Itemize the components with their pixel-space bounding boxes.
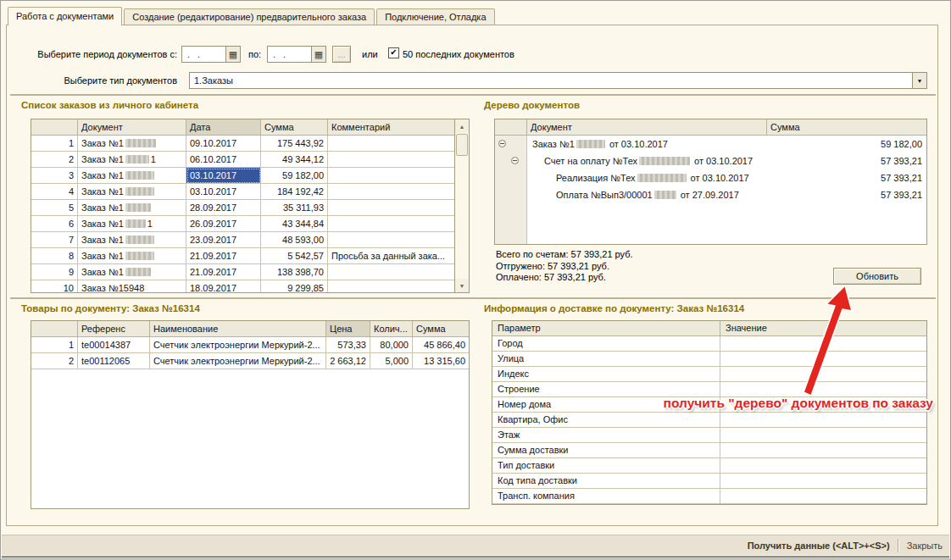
cell-value[interactable] [720, 443, 926, 458]
cell-sum[interactable]: 35 311,93 [261, 200, 328, 216]
cell-value[interactable] [720, 428, 926, 443]
cell-parameter[interactable]: Код типа доставки [492, 474, 720, 489]
cell-document[interactable]: Оплата №Вып3/00001 от 27.09.2017 [527, 186, 767, 203]
cell-price[interactable]: 573,33 [326, 337, 370, 353]
tab-0[interactable]: Работа с документами [8, 7, 122, 25]
cell-sum[interactable]: 138 398,70 [261, 264, 328, 280]
scroll-track[interactable] [455, 156, 469, 279]
cell-sum[interactable]: 57 393,21 [767, 152, 926, 169]
cell-comment[interactable] [328, 168, 454, 184]
cell-comment[interactable]: Просьба за данный зака... [328, 248, 454, 264]
cell-value[interactable] [720, 367, 926, 382]
last-docs-checkbox[interactable]: ✔ [388, 47, 399, 58]
cell-document[interactable]: Заказ №1 [78, 200, 186, 216]
cell-sum[interactable]: 13 315,60 [413, 353, 469, 369]
cell-document[interactable]: Заказ №1 [78, 136, 186, 152]
close-button[interactable]: Закрыть [907, 541, 943, 551]
cell-reference[interactable]: te00112065 [78, 353, 150, 369]
cell-quantity[interactable]: 80,000 [370, 337, 413, 353]
scroll-up-button[interactable]: ▲ [455, 119, 469, 133]
cell-row-number[interactable]: 2 [31, 152, 78, 168]
cell-sum[interactable]: 48 593,00 [261, 232, 328, 248]
tab-2[interactable]: Подключение, Отладка [376, 8, 494, 25]
cell-quantity[interactable]: 5,000 [370, 353, 413, 369]
cell-comment[interactable] [328, 264, 454, 280]
cell-comment[interactable] [328, 136, 454, 152]
cell-row-number[interactable]: 3 [31, 168, 78, 184]
cell-sum[interactable]: 57 393,21 [767, 169, 926, 186]
cell-date[interactable]: 03.10.2017 [186, 184, 261, 200]
tab-1[interactable]: Создание (редактирование) предварительно… [124, 8, 375, 25]
cell-document[interactable]: Заказ №1 [78, 184, 186, 200]
cell-sum[interactable]: 59 182,00 [767, 136, 926, 152]
cell-row-number[interactable]: 8 [31, 248, 78, 264]
cell-sum[interactable]: 57 393,21 [767, 186, 926, 203]
cell-row-number[interactable]: 4 [31, 184, 78, 200]
period-from-value[interactable]: . . [182, 47, 225, 62]
cell-document[interactable]: Заказ №1 [78, 264, 186, 280]
cell-value[interactable] [720, 413, 926, 428]
cell-comment[interactable] [328, 152, 454, 168]
cell-date[interactable]: 26.09.2017 [186, 216, 261, 232]
cell-row-number[interactable]: 7 [31, 232, 78, 248]
period-to-value[interactable]: . . [268, 47, 311, 62]
cell-document[interactable]: Заказ №1 [78, 168, 186, 184]
cell-comment[interactable] [328, 200, 454, 216]
doc-type-combo[interactable]: 1.Заказы ▼ [189, 72, 927, 89]
cell-date[interactable]: 23.09.2017 [186, 232, 261, 248]
cell-price[interactable]: 2 663,12 [326, 353, 370, 369]
cell-parameter[interactable]: Город [492, 336, 720, 352]
cell-row-number[interactable]: 2 [31, 353, 78, 369]
cell-comment[interactable] [328, 280, 454, 292]
cell-date[interactable]: 21.09.2017 [186, 248, 261, 264]
cell-document[interactable]: Заказ №15948 [78, 280, 186, 292]
cell-parameter[interactable]: Квартира, Офис [492, 413, 720, 428]
cell-sum[interactable]: 43 344,84 [261, 216, 328, 232]
combo-drop-button[interactable]: ▼ [912, 73, 926, 88]
cell-value[interactable] [720, 352, 926, 367]
cell-comment[interactable] [328, 184, 454, 200]
period-from-calendar-button[interactable]: ▦ [225, 47, 240, 62]
cell-sum[interactable]: 184 192,42 [261, 184, 328, 200]
cell-parameter[interactable]: Трансп. компания [492, 489, 720, 504]
cell-parameter[interactable]: Тип доставки [492, 458, 720, 474]
cell-comment[interactable] [328, 232, 454, 248]
cell-sum[interactable]: 49 344,12 [261, 152, 328, 168]
cell-row-number[interactable]: 9 [31, 264, 78, 280]
cell-document[interactable]: Счет на оплату №Тех от 03.10.2017 [527, 152, 767, 169]
cell-name[interactable]: Счетчик электроэнергии Меркурий-2... [150, 353, 326, 369]
refresh-button[interactable]: Обновить [833, 268, 921, 285]
expander-icon[interactable] [498, 140, 506, 147]
cell-value[interactable] [720, 489, 926, 504]
cell-row-number[interactable]: 1 [31, 136, 78, 152]
cell-date[interactable]: 09.10.2017 [186, 136, 261, 152]
get-data-button[interactable]: Получить данные (<ALT>+<S>) [748, 541, 890, 551]
cell-parameter[interactable]: Индекс [492, 367, 720, 382]
cell-date[interactable]: 03.10.2017 [186, 168, 261, 184]
cell-sum[interactable]: 5 542,57 [261, 248, 328, 264]
cell-document[interactable]: Заказ №1 от 03.10.2017 [527, 136, 767, 152]
cell-parameter[interactable]: Этаж [492, 428, 720, 443]
cell-sum[interactable]: 59 182,00 [261, 168, 328, 184]
cell-row-number[interactable]: 10 [31, 280, 78, 292]
cell-row-number[interactable]: 1 [31, 337, 78, 353]
cell-date[interactable]: 06.10.2017 [186, 152, 261, 168]
cell-document[interactable]: Заказ №1 [78, 232, 186, 248]
cell-date[interactable]: 21.09.2017 [186, 264, 261, 280]
period-to-calendar-button[interactable]: ▦ [311, 47, 325, 62]
cell-reference[interactable]: te00014387 [78, 337, 150, 353]
cell-sum[interactable]: 45 866,40 [413, 337, 469, 353]
period-picker-button[interactable]: ... [332, 46, 351, 63]
period-to-field[interactable]: . . ▦ [267, 46, 326, 63]
cell-document[interactable]: Реализация №Тех от 03.10.2017 [527, 169, 767, 186]
cell-parameter[interactable]: Улица [492, 352, 720, 367]
cell-document[interactable]: Заказ №11 [78, 216, 186, 232]
expander-icon[interactable] [511, 157, 519, 164]
cell-document[interactable]: Заказ №1 [78, 248, 186, 264]
cell-value[interactable] [720, 474, 926, 489]
period-from-field[interactable]: . . ▦ [181, 46, 241, 63]
cell-document[interactable]: Заказ №11 [78, 152, 186, 168]
cell-parameter[interactable]: Сумма доставки [492, 443, 720, 458]
cell-sum[interactable]: 9 299,85 [261, 280, 328, 292]
cell-sum[interactable]: 175 443,92 [261, 136, 328, 152]
